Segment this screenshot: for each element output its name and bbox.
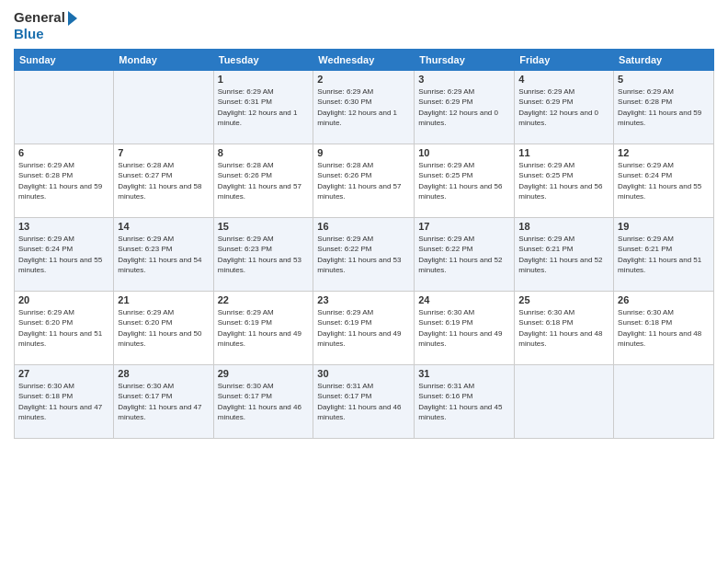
logo-general: General [14,9,77,26]
day-cell: 3Sunrise: 6:29 AMSunset: 6:29 PMDaylight… [415,71,515,144]
day-number: 30 [317,368,410,379]
day-number: 2 [317,74,410,85]
day-cell: 26Sunrise: 6:30 AMSunset: 6:18 PMDayligh… [614,292,714,365]
weekday-header-wednesday: Wednesday [313,50,415,71]
day-cell: 27Sunrise: 6:30 AMSunset: 6:18 PMDayligh… [15,365,114,439]
logo-blue: Blue [14,26,77,41]
day-info: Sunrise: 6:29 AMSunset: 6:19 PMDaylight:… [218,307,310,349]
day-info: Sunrise: 6:29 AMSunset: 6:28 PMDaylight:… [18,160,109,201]
weekday-header-monday: Monday [114,50,213,71]
day-info: Sunrise: 6:30 AMSunset: 6:18 PMDaylight:… [518,307,609,349]
day-info: Sunrise: 6:29 AMSunset: 6:20 PMDaylight:… [18,307,109,349]
week-row-4: 20Sunrise: 6:29 AMSunset: 6:20 PMDayligh… [15,292,714,365]
weekday-header-row: SundayMondayTuesdayWednesdayThursdayFrid… [15,50,714,71]
day-info: Sunrise: 6:29 AMSunset: 6:20 PMDaylight:… [118,307,209,349]
day-cell: 15Sunrise: 6:29 AMSunset: 6:23 PMDayligh… [213,218,313,292]
day-info: Sunrise: 6:30 AMSunset: 6:17 PMDaylight:… [118,381,209,422]
day-cell: 11Sunrise: 6:29 AMSunset: 6:25 PMDayligh… [515,144,614,218]
day-number: 15 [218,221,310,232]
day-number: 7 [118,147,209,158]
day-cell: 18Sunrise: 6:29 AMSunset: 6:21 PMDayligh… [515,218,614,292]
day-info: Sunrise: 6:29 AMSunset: 6:25 PMDaylight:… [518,160,609,201]
day-info: Sunrise: 6:29 AMSunset: 6:21 PMDaylight:… [618,234,710,275]
day-cell: 6Sunrise: 6:29 AMSunset: 6:28 PMDaylight… [15,144,114,218]
day-info: Sunrise: 6:28 AMSunset: 6:26 PMDaylight:… [317,160,410,201]
day-cell: 7Sunrise: 6:28 AMSunset: 6:27 PMDaylight… [114,144,213,218]
day-number: 25 [518,294,609,305]
day-number: 18 [518,221,609,232]
day-info: Sunrise: 6:29 AMSunset: 6:24 PMDaylight:… [18,234,109,275]
day-cell: 12Sunrise: 6:29 AMSunset: 6:24 PMDayligh… [614,144,714,218]
day-info: Sunrise: 6:29 AMSunset: 6:31 PMDaylight:… [218,86,310,128]
day-number: 24 [418,294,510,305]
day-info: Sunrise: 6:28 AMSunset: 6:26 PMDaylight:… [218,160,310,201]
day-cell: 20Sunrise: 6:29 AMSunset: 6:20 PMDayligh… [15,292,114,365]
day-info: Sunrise: 6:29 AMSunset: 6:28 PMDaylight:… [618,86,710,128]
day-number: 27 [18,368,109,379]
day-cell: 21Sunrise: 6:29 AMSunset: 6:20 PMDayligh… [114,292,213,365]
day-cell: 9Sunrise: 6:28 AMSunset: 6:26 PMDaylight… [313,144,415,218]
day-cell: 5Sunrise: 6:29 AMSunset: 6:28 PMDaylight… [614,71,714,144]
day-number: 12 [618,147,710,158]
day-number: 10 [418,147,510,158]
day-cell [114,71,213,144]
day-number: 29 [218,368,310,379]
day-info: Sunrise: 6:29 AMSunset: 6:22 PMDaylight:… [317,234,410,275]
calendar: SundayMondayTuesdayWednesdayThursdayFrid… [14,49,714,439]
day-number: 9 [317,147,410,158]
weekday-header-thursday: Thursday [415,50,515,71]
day-number: 20 [18,294,109,305]
day-cell: 2Sunrise: 6:29 AMSunset: 6:30 PMDaylight… [313,71,415,144]
day-info: Sunrise: 6:31 AMSunset: 6:16 PMDaylight:… [418,381,510,422]
day-cell: 13Sunrise: 6:29 AMSunset: 6:24 PMDayligh… [15,218,114,292]
day-number: 5 [618,74,710,85]
day-cell: 25Sunrise: 6:30 AMSunset: 6:18 PMDayligh… [515,292,614,365]
week-row-5: 27Sunrise: 6:30 AMSunset: 6:18 PMDayligh… [15,365,714,439]
day-number: 17 [418,221,510,232]
day-info: Sunrise: 6:29 AMSunset: 6:19 PMDaylight:… [317,307,410,349]
day-number: 26 [618,294,710,305]
day-info: Sunrise: 6:29 AMSunset: 6:23 PMDaylight:… [118,234,209,275]
logo: General Blue [14,9,77,41]
day-info: Sunrise: 6:30 AMSunset: 6:17 PMDaylight:… [218,381,310,422]
day-cell: 23Sunrise: 6:29 AMSunset: 6:19 PMDayligh… [313,292,415,365]
day-cell: 22Sunrise: 6:29 AMSunset: 6:19 PMDayligh… [213,292,313,365]
weekday-header-friday: Friday [515,50,614,71]
day-cell: 31Sunrise: 6:31 AMSunset: 6:16 PMDayligh… [415,365,515,439]
day-cell: 1Sunrise: 6:29 AMSunset: 6:31 PMDaylight… [213,71,313,144]
weekday-header-tuesday: Tuesday [213,50,313,71]
day-info: Sunrise: 6:29 AMSunset: 6:25 PMDaylight:… [418,160,510,201]
day-number: 8 [218,147,310,158]
day-info: Sunrise: 6:30 AMSunset: 6:18 PMDaylight:… [618,307,710,349]
day-info: Sunrise: 6:28 AMSunset: 6:27 PMDaylight:… [118,160,209,201]
day-info: Sunrise: 6:29 AMSunset: 6:21 PMDaylight:… [518,234,609,275]
day-number: 23 [317,294,410,305]
day-info: Sunrise: 6:29 AMSunset: 6:22 PMDaylight:… [418,234,510,275]
week-row-1: 1Sunrise: 6:29 AMSunset: 6:31 PMDaylight… [15,71,714,144]
week-row-2: 6Sunrise: 6:29 AMSunset: 6:28 PMDaylight… [15,144,714,218]
day-number: 6 [18,147,109,158]
weekday-header-saturday: Saturday [614,50,714,71]
page: General Blue SundayMondayTuesdayWednesda… [0,0,728,563]
day-info: Sunrise: 6:29 AMSunset: 6:30 PMDaylight:… [317,86,410,128]
header: General Blue [14,9,714,41]
day-number: 11 [518,147,609,158]
day-cell [614,365,714,439]
day-number: 16 [317,221,410,232]
day-cell: 17Sunrise: 6:29 AMSunset: 6:22 PMDayligh… [415,218,515,292]
day-cell: 24Sunrise: 6:30 AMSunset: 6:19 PMDayligh… [415,292,515,365]
day-info: Sunrise: 6:30 AMSunset: 6:18 PMDaylight:… [18,381,109,422]
day-info: Sunrise: 6:29 AMSunset: 6:29 PMDaylight:… [518,86,609,128]
day-number: 3 [418,74,510,85]
day-number: 28 [118,368,209,379]
day-info: Sunrise: 6:29 AMSunset: 6:24 PMDaylight:… [618,160,710,201]
day-cell: 29Sunrise: 6:30 AMSunset: 6:17 PMDayligh… [213,365,313,439]
day-cell [515,365,614,439]
day-cell: 8Sunrise: 6:28 AMSunset: 6:26 PMDaylight… [213,144,313,218]
day-number: 19 [618,221,710,232]
day-info: Sunrise: 6:29 AMSunset: 6:29 PMDaylight:… [418,86,510,128]
day-cell: 19Sunrise: 6:29 AMSunset: 6:21 PMDayligh… [614,218,714,292]
day-number: 22 [218,294,310,305]
day-cell: 10Sunrise: 6:29 AMSunset: 6:25 PMDayligh… [415,144,515,218]
day-cell: 30Sunrise: 6:31 AMSunset: 6:17 PMDayligh… [313,365,415,439]
